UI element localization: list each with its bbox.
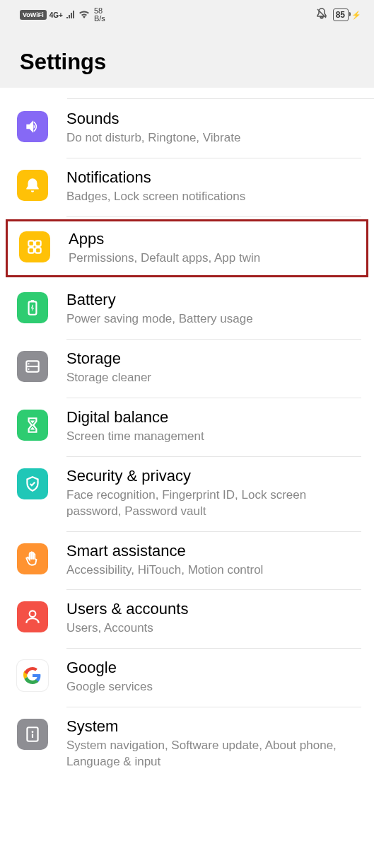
battery-icon bbox=[17, 292, 48, 323]
vowifi-badge: VoWiFi bbox=[20, 10, 47, 20]
storage-icon bbox=[17, 351, 48, 382]
item-subtitle: Screen time management bbox=[66, 429, 361, 445]
item-content: Users & accounts Users, Accounts bbox=[66, 600, 361, 649]
settings-item-google[interactable]: Google Google services bbox=[0, 648, 374, 707]
item-title: Digital balance bbox=[66, 408, 361, 427]
hourglass-icon bbox=[17, 410, 48, 441]
network-speed: 58 B/s bbox=[94, 7, 105, 23]
partial-previous-item bbox=[67, 88, 374, 99]
svg-point-8 bbox=[28, 363, 30, 364]
svg-rect-1 bbox=[35, 241, 41, 246]
item-subtitle: Face recognition, Fingerprint ID, Lock s… bbox=[66, 487, 361, 520]
item-content: Google Google services bbox=[66, 659, 361, 707]
apps-icon bbox=[19, 231, 50, 262]
google-icon bbox=[17, 660, 48, 691]
item-subtitle: Users, Accounts bbox=[66, 620, 361, 637]
settings-item-storage[interactable]: Storage Storage cleaner bbox=[0, 339, 374, 398]
item-subtitle: Badges, Lock screen notifications bbox=[66, 189, 361, 205]
settings-item-smart-assistance[interactable]: Smart assistance Accessibility, HiTouch,… bbox=[0, 531, 374, 590]
wifi-icon bbox=[78, 9, 90, 21]
item-title: Security & privacy bbox=[66, 467, 361, 485]
settings-item-users-accounts[interactable]: Users & accounts Users, Accounts bbox=[0, 589, 374, 648]
settings-item-system[interactable]: System System navigation, Software updat… bbox=[0, 707, 374, 781]
item-title: Users & accounts bbox=[66, 600, 361, 618]
user-icon bbox=[17, 601, 48, 632]
item-content: Smart assistance Accessibility, HiTouch,… bbox=[66, 542, 361, 591]
svg-rect-0 bbox=[28, 241, 34, 246]
item-title: Battery bbox=[66, 291, 361, 309]
status-bar: VoWiFi 4G+ 58 B/s 85 ⚡ bbox=[0, 0, 374, 28]
settings-item-apps[interactable]: Apps Permissions, Default apps, App twin bbox=[6, 219, 368, 277]
network-type: 4G+ bbox=[49, 11, 63, 19]
settings-item-digital-balance[interactable]: Digital balance Screen time management bbox=[0, 398, 374, 456]
header: VoWiFi 4G+ 58 B/s 85 ⚡ Settings bbox=[0, 0, 374, 88]
settings-item-notifications[interactable]: Notifications Badges, Lock screen notifi… bbox=[0, 158, 374, 216]
item-content: System System navigation, Software updat… bbox=[66, 717, 361, 782]
item-title: Sounds bbox=[66, 110, 361, 128]
status-right: 85 ⚡ bbox=[316, 8, 361, 22]
item-title: Storage bbox=[66, 349, 361, 368]
signal-icon bbox=[66, 10, 76, 21]
svg-point-10 bbox=[30, 611, 36, 618]
settings-item-sounds[interactable]: Sounds Do not disturb, Ringtone, Vibrate bbox=[0, 99, 374, 158]
item-content: Battery Power saving mode, Battery usage bbox=[66, 291, 361, 340]
shield-icon bbox=[17, 468, 48, 499]
item-content: Notifications Badges, Lock screen notifi… bbox=[66, 168, 361, 217]
sound-icon bbox=[17, 111, 48, 142]
svg-point-9 bbox=[28, 368, 30, 369]
bell-icon bbox=[17, 170, 48, 201]
svg-rect-5 bbox=[31, 300, 34, 301]
item-subtitle: System navigation, Software update, Abou… bbox=[66, 738, 361, 770]
svg-rect-13 bbox=[32, 734, 33, 738]
item-subtitle: Power saving mode, Battery usage bbox=[66, 311, 361, 328]
status-left: VoWiFi 4G+ 58 B/s bbox=[20, 7, 105, 23]
svg-rect-2 bbox=[28, 248, 34, 253]
item-subtitle: Google services bbox=[66, 679, 361, 695]
item-content: Sounds Do not disturb, Ringtone, Vibrate bbox=[66, 110, 361, 158]
item-subtitle: Do not disturb, Ringtone, Vibrate bbox=[66, 130, 361, 146]
mute-icon bbox=[316, 8, 327, 22]
battery-indicator: 85 bbox=[333, 8, 349, 21]
settings-item-security[interactable]: Security & privacy Face recognition, Fin… bbox=[0, 456, 374, 531]
item-title: System bbox=[66, 717, 361, 736]
item-subtitle: Permissions, Default apps, App twin bbox=[69, 250, 359, 267]
charging-icon: ⚡ bbox=[351, 11, 361, 20]
item-content: Apps Permissions, Default apps, App twin bbox=[69, 230, 359, 267]
item-content: Digital balance Screen time management bbox=[66, 408, 361, 457]
info-icon bbox=[17, 719, 48, 750]
settings-item-battery[interactable]: Battery Power saving mode, Battery usage bbox=[0, 280, 374, 339]
item-content: Security & privacy Face recognition, Fin… bbox=[66, 467, 361, 532]
item-content: Storage Storage cleaner bbox=[66, 349, 361, 398]
svg-rect-3 bbox=[35, 248, 41, 253]
settings-list[interactable]: Sounds Do not disturb, Ringtone, Vibrate… bbox=[0, 88, 374, 781]
item-title: Apps bbox=[69, 230, 359, 248]
item-title: Notifications bbox=[66, 168, 361, 187]
item-title: Google bbox=[66, 659, 361, 677]
item-subtitle: Storage cleaner bbox=[66, 370, 361, 386]
item-subtitle: Accessibility, HiTouch, Motion control bbox=[66, 562, 361, 579]
svg-point-12 bbox=[32, 731, 34, 734]
page-title: Settings bbox=[0, 28, 374, 81]
item-title: Smart assistance bbox=[66, 542, 361, 560]
hand-icon bbox=[17, 543, 48, 574]
